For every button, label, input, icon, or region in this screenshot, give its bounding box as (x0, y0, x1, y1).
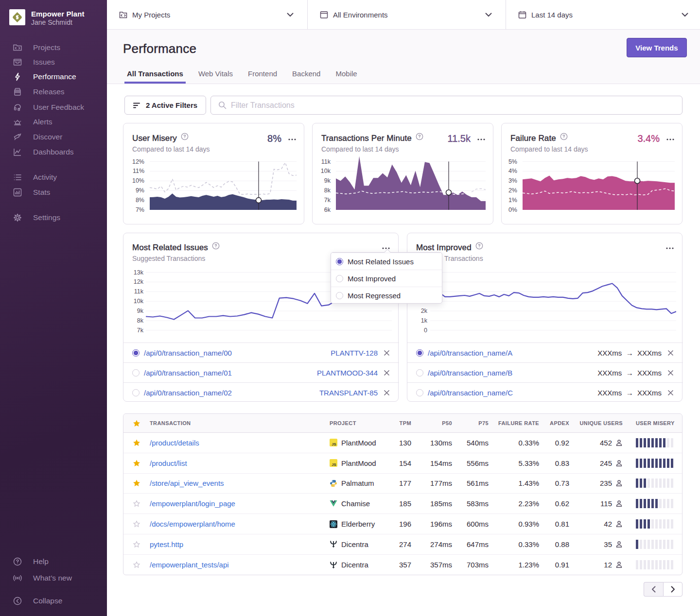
svg-text:JS: JS (332, 462, 336, 467)
svg-text:JS: JS (332, 442, 336, 446)
